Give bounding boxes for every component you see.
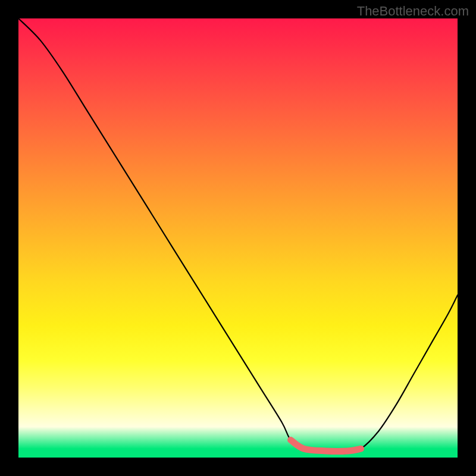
chart-highlight-segment [291, 440, 361, 452]
watermark-text: TheBottleneck.com [357, 4, 469, 19]
chart-curve [18, 18, 458, 458]
chart-plot-area [18, 18, 458, 458]
